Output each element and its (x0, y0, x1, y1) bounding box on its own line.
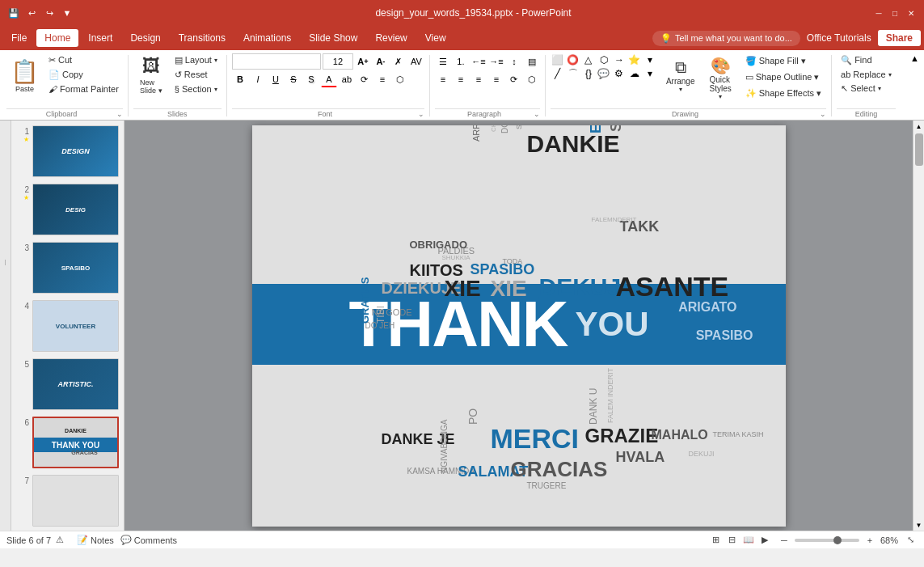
menu-review[interactable]: Review (367, 29, 415, 47)
notes-button[interactable]: 📝 Notes (77, 535, 114, 545)
align-left-btn[interactable]: ≡ (435, 71, 451, 87)
slide-thumb-2[interactable]: 2 ★ DESIG (15, 182, 120, 237)
shadow-btn[interactable]: S (303, 71, 319, 87)
shape-brace[interactable]: {} (581, 67, 596, 80)
slide-thumb-3[interactable]: 3 SPASIBO (15, 240, 120, 295)
redo-btn[interactable]: ↪ (42, 6, 57, 20)
close-btn[interactable]: ✕ (905, 6, 918, 19)
select-button[interactable]: ↖ Select ▾ (837, 82, 896, 95)
slide-3-preview[interactable]: SPASIBO (32, 242, 119, 294)
shape-triangle[interactable]: △ (581, 53, 596, 66)
shape-arrow[interactable]: → (612, 53, 627, 66)
menu-file[interactable]: File (3, 29, 35, 47)
format-painter-button[interactable]: 🖌 Format Painter (44, 83, 123, 95)
dir-btn[interactable]: ⟳ (506, 71, 522, 87)
menu-design[interactable]: Design (122, 29, 168, 47)
slide-thumb-7[interactable]: 7 (15, 473, 120, 528)
underline-button[interactable]: U (268, 71, 284, 87)
shape-expand[interactable]: ▾ (643, 67, 657, 80)
layout-button[interactable]: ▤ Layout ▾ (171, 53, 222, 67)
align-center-btn[interactable]: ≡ (453, 71, 469, 87)
align-right-btn[interactable]: ≡ (470, 71, 487, 87)
scroll-track[interactable] (915, 132, 923, 519)
cut-button[interactable]: ✂ Cut (44, 53, 123, 67)
decrease-font-btn[interactable]: A- (373, 53, 389, 70)
menu-slideshow[interactable]: Slide Show (301, 29, 365, 47)
shape-gear[interactable]: ⚙ (612, 67, 627, 80)
slide-thumb-1[interactable]: 1 ★ DESIGN (15, 124, 120, 179)
smartart-btn[interactable]: ⬡ (392, 71, 408, 87)
zoom-slider[interactable] (795, 539, 859, 542)
menu-transitions[interactable]: Transitions (171, 29, 234, 47)
scroll-thumb[interactable] (915, 133, 923, 166)
slide-4-preview[interactable]: VOLUNTEER (32, 300, 119, 352)
font-name-input[interactable] (232, 53, 321, 70)
slide-thumb-4[interactable]: 4 VOLUNTEER (15, 298, 120, 353)
italic-button[interactable]: I (250, 71, 266, 87)
undo-btn[interactable]: ↩ (24, 6, 39, 20)
reading-view-btn[interactable]: 📖 (741, 533, 756, 548)
slide-2-preview[interactable]: DESIG (32, 184, 119, 235)
arrange-button[interactable]: ⧉ Arrange ▾ (660, 53, 701, 97)
save-btn[interactable]: 💾 (6, 6, 21, 20)
justify-btn[interactable]: ≡ (488, 71, 504, 87)
slide-1-preview[interactable]: DESIGN (32, 125, 119, 177)
clipboard-expand[interactable]: ⌄ (116, 110, 123, 118)
paste-button[interactable]: 📋Paste (6, 53, 43, 97)
slide-7-preview[interactable] (32, 475, 119, 527)
increase-font-btn[interactable]: A+ (355, 53, 371, 70)
menu-home[interactable]: Home (36, 29, 78, 47)
shape-more[interactable]: ▾ (643, 53, 657, 66)
share-button[interactable]: Share (878, 30, 921, 46)
numbered-btn[interactable]: 1. (453, 53, 469, 70)
shape-fill-button[interactable]: 🪣 Shape Fill ▾ (740, 53, 826, 69)
slide-thumb-5[interactable]: 5 ARTISTIC. (15, 357, 120, 412)
strikethrough-btn[interactable]: S (285, 71, 302, 87)
font-expand[interactable]: ⌄ (418, 110, 424, 118)
normal-view-btn[interactable]: ⊞ (709, 533, 724, 548)
menu-view[interactable]: View (417, 29, 454, 47)
copy-button[interactable]: 📄 Copy (44, 68, 123, 82)
slide-5-preview[interactable]: ARTISTIC. (32, 358, 119, 410)
paragraph-expand[interactable]: ⌄ (534, 110, 540, 118)
shape-star[interactable]: ⭐ (627, 53, 642, 66)
slide-sorter-btn[interactable]: ⊟ (725, 533, 740, 548)
restore-btn[interactable]: □ (888, 6, 901, 19)
slide-canvas[interactable]: THANK YOU ARIGATO SPASIBO DANKIE ARRIGAT… (252, 125, 786, 527)
shape-callout[interactable]: 💬 (597, 67, 611, 80)
tell-me-box[interactable]: 💡 Tell me what you want to do... (652, 31, 800, 46)
zoom-in-btn[interactable]: + (863, 533, 877, 548)
font-size-input[interactable] (323, 53, 353, 70)
menu-animations[interactable]: Animations (235, 29, 299, 47)
office-tutorials-link[interactable]: Office Tutorials (807, 32, 871, 44)
menu-insert[interactable]: Insert (80, 29, 120, 47)
text-direction-btn[interactable]: ⟳ (357, 71, 373, 87)
reset-button[interactable]: ↺ Reset (171, 68, 222, 82)
shape-line[interactable]: ╱ (551, 67, 565, 80)
quick-styles-button[interactable]: 🎨 QuickStyles ▾ (703, 53, 736, 103)
decrease-indent-btn[interactable]: ←≡ (470, 53, 487, 70)
fit-window-btn[interactable]: ⤡ (903, 533, 918, 548)
scroll-down-btn[interactable]: ▼ (913, 519, 925, 531)
shape-circle[interactable]: ⭕ (566, 53, 580, 66)
scroll-up-btn[interactable]: ▲ (913, 121, 925, 132)
shape-effects-button[interactable]: ✨ Shape Effects ▾ (740, 86, 826, 101)
line-spacing-btn[interactable]: ↕ (506, 53, 522, 70)
clear-format-btn[interactable]: ✗ (390, 53, 407, 70)
customize-btn[interactable]: ▼ (60, 6, 74, 20)
font-highlight-btn[interactable]: ab (339, 71, 355, 87)
shape-outline-button[interactable]: ▭ Shape Outline ▾ (740, 70, 826, 85)
drawing-expand[interactable]: ⌄ (820, 110, 826, 118)
slide-thumb-6[interactable]: 6 THANK YOU DANKIE MERCI GRACIAS (15, 415, 120, 470)
shape-cloud[interactable]: ☁ (627, 67, 642, 80)
shape-arc[interactable]: ⌒ (566, 67, 580, 80)
slide-6-preview[interactable]: THANK YOU DANKIE MERCI GRACIAS (32, 417, 119, 468)
columns-btn[interactable]: ▤ (524, 53, 540, 70)
bold-button[interactable]: B (232, 71, 248, 87)
ribbon-collapse[interactable]: ▲ (909, 52, 921, 120)
comments-button[interactable]: 💬 Comments (120, 535, 177, 545)
char-spacing-btn[interactable]: AV (408, 53, 424, 70)
zoom-thumb[interactable] (833, 536, 842, 544)
font-color-btn[interactable]: A (321, 71, 337, 87)
new-slide-button[interactable]: 🖼NewSlide ▾ (133, 53, 169, 97)
